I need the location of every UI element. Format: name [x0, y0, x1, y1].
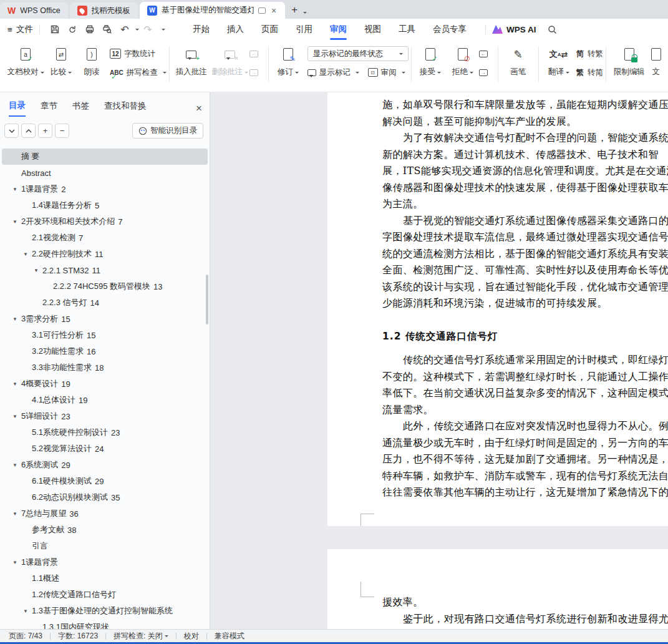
toc-expand-arrow[interactable]: ▼ [12, 511, 21, 517]
wps-ai-button[interactable]: WPS AI [492, 25, 536, 34]
toc-item[interactable]: ▼ 2.1视觉检测 7 [2, 230, 208, 246]
toc-item[interactable]: ▼ 7总结与展望 36 [2, 505, 208, 522]
toc-expand-arrow[interactable]: ▼ [12, 560, 21, 565]
toc-item[interactable]: ▼ 1.3基于图像处理的交通灯控制智能系统 [2, 603, 208, 619]
sidebar-tab-chapters[interactable]: 章节 [41, 100, 57, 116]
toc-item[interactable]: ▼ 5.2视觉算法设计 24 [2, 441, 208, 457]
toc-expand-arrow[interactable]: ▼ [12, 187, 21, 192]
word-count-button[interactable]: 12 字数统计 [110, 46, 167, 61]
toc-zoom-in-button[interactable]: + [38, 124, 52, 138]
toc-expand-arrow[interactable]: ▼ [23, 608, 32, 614]
status-page-indicator[interactable]: 页面: 7/43 [9, 631, 42, 642]
menu-tab-insert[interactable]: 插入 [218, 20, 253, 39]
smart-toc-button[interactable]: 智能识别目录 [132, 123, 203, 139]
previous-comment-button[interactable]: ← [249, 46, 266, 61]
toc-item[interactable]: ▼ 2.2.2 74HC595 数码管模块 13 [2, 278, 208, 295]
toc-item[interactable]: ▼ 5详细设计 23 [2, 408, 208, 424]
export-pdf-button[interactable] [65, 22, 80, 36]
toc-expand-arrow[interactable]: ▼ [12, 316, 21, 322]
toc-item[interactable]: ▼ 3.2功能性需求 16 [2, 343, 208, 359]
toc-item[interactable]: ▼ 6.2动态识别模块测试 35 [2, 489, 208, 505]
clipped-ribbon-button[interactable]: 文 [650, 44, 662, 77]
toc-item[interactable]: ▼ 1课题背景 [2, 554, 208, 570]
menu-tab-view[interactable]: 视图 [356, 20, 390, 39]
toc-item[interactable]: ▼ 4.1总体设计 19 [2, 392, 208, 408]
undo-chevron-icon[interactable] [135, 29, 139, 32]
toc-item[interactable]: ▼ 2.2硬件控制技术 11 [2, 246, 208, 262]
redo-button[interactable]: ↷ [140, 22, 155, 36]
tab-list-chevron-icon[interactable] [303, 12, 307, 16]
toc-item[interactable]: ▼ 2开发环境和相关技术介绍 7 [2, 213, 208, 230]
toc-item[interactable]: ▼ 1.1概述 [2, 570, 208, 587]
print-button[interactable] [82, 22, 97, 36]
read-aloud-button[interactable]: ) 朗读 [77, 44, 106, 77]
spell-check-button[interactable]: ABC✓ 拼写检查 [110, 65, 167, 80]
save-button[interactable] [47, 22, 62, 36]
sidebar-close-icon[interactable]: × [196, 102, 202, 115]
toc-item[interactable]: ▼ 1.3.1国内研究现状 [2, 619, 208, 629]
review-pane-button[interactable]: ⊡ 审阅 [368, 65, 405, 80]
toc-item[interactable]: ▼ 2.2.3 信号灯 14 [2, 295, 208, 311]
toc-item[interactable]: ▼ Abstract [2, 165, 208, 181]
tab-docer-templates[interactable]: 找稻壳模板 [70, 2, 138, 19]
toc-item[interactable]: ▼ 1课题背景 2 [2, 181, 208, 197]
sidebar-tab-contents[interactable]: 目录 [9, 100, 26, 117]
sidebar-tab-bookmarks[interactable]: 书签 [72, 100, 89, 116]
sidebar-scrollbar[interactable] [206, 275, 208, 324]
restrict-editing-button[interactable]: 限制编辑 [609, 44, 650, 77]
next-comment-button[interactable]: → [249, 65, 266, 80]
menu-tab-page[interactable]: 页面 [253, 20, 287, 39]
toc-item[interactable]: ▼ 1.4课题任务分析 5 [2, 197, 208, 213]
toc-item[interactable]: ▼ 4概要设计 19 [2, 376, 208, 392]
toc-item[interactable]: ▼ 3.1可行性分析 15 [2, 327, 208, 343]
toc-item[interactable]: ▼ 摘 要 [2, 149, 208, 165]
toc-expand-arrow[interactable]: ▼ [34, 268, 42, 273]
next-change-button[interactable]: → [479, 65, 495, 80]
toc-expand-arrow[interactable]: ▼ [12, 381, 21, 387]
menu-tab-reference[interactable]: 引用 [287, 20, 321, 39]
toc-collapse-all-button[interactable] [21, 124, 36, 138]
brush-button[interactable]: ✎ 画笔 [501, 44, 536, 77]
toc-item[interactable]: ▼ 3需求分析 15 [2, 311, 208, 327]
previous-change-button[interactable]: ← [479, 46, 495, 61]
compare-button[interactable]: ⇄ 比较 [45, 44, 77, 77]
show-markup-button[interactable]: 显示标记 [307, 65, 359, 80]
toc-item[interactable]: ▼ 3.3非功能性需求 18 [2, 359, 208, 376]
undo-button[interactable]: ↶ [117, 22, 132, 36]
new-tab-button[interactable]: + [291, 4, 298, 16]
toc-expand-all-button[interactable] [4, 124, 19, 138]
tab-close-icon[interactable]: × [270, 6, 278, 16]
menu-tab-review[interactable]: 审阅 [321, 20, 356, 39]
toc-item[interactable]: ▼ 2.2.1 STM32 11 [2, 262, 208, 278]
accept-change-button[interactable]: ✓ 接受 [414, 44, 447, 77]
document-page-1[interactable]: 施，如单双号限行和车牌限量发放等，虽能在短期内缓解交通压解决问题，甚至可能抑制汽… [327, 92, 668, 526]
tab-mode-icon[interactable] [258, 7, 266, 14]
document-canvas[interactable]: 施，如单双号限行和车牌限量发放等，虽能在短期内缓解交通压解决问题，甚至可能抑制汽… [210, 92, 668, 629]
print-preview-button[interactable] [100, 22, 115, 36]
menu-tab-home[interactable]: 开始 [184, 20, 218, 39]
to-traditional-button[interactable]: 简 转繁 [576, 46, 603, 61]
delete-comment-button[interactable]: × 删除批注 [211, 44, 249, 77]
toc-item[interactable]: ▼ 6.1硬件模块测试 29 [2, 473, 208, 489]
doc-proofread-button[interactable]: a✓ 文档校对 [6, 44, 45, 77]
reject-change-button[interactable]: ∅ 拒绝 [447, 44, 479, 77]
toc-expand-arrow[interactable]: ▼ [12, 462, 21, 468]
toc-expand-arrow[interactable]: ▼ [23, 251, 32, 257]
status-spell-check[interactable]: 拼写检查: 关闭 [114, 631, 168, 642]
toc-expand-arrow[interactable]: ▼ [12, 219, 21, 225]
document-page-2[interactable]: 援效率。鉴于此，对现有路口交通信号灯系统进行创新和改进显得尤 [327, 549, 668, 629]
quick-access-chevron-icon[interactable] [162, 29, 165, 32]
toc-item[interactable]: ▼ 参考文献 38 [2, 522, 208, 538]
menu-tab-member[interactable]: 会员专享 [424, 20, 475, 39]
tab-wps-office[interactable]: W WPS Office [0, 2, 68, 19]
search-icon[interactable] [545, 22, 559, 36]
toc-item[interactable]: ▼ 5.1系统硬件控制设计 23 [2, 424, 208, 441]
toc-expand-arrow[interactable]: ▼ [12, 414, 21, 419]
insert-comment-button[interactable]: + 插入批注 [172, 44, 211, 77]
translate-button[interactable]: 文A⇄ 翻译 [541, 44, 576, 77]
toc-item[interactable]: ▼ 引言 [2, 538, 208, 554]
tab-document-active[interactable]: W 基于图像处理的智能交通灯控 × [140, 2, 285, 19]
toc-item[interactable]: ▼ 6系统测试 29 [2, 457, 208, 473]
markup-state-select[interactable]: 显示标记的最终状态 [307, 46, 409, 61]
toc-zoom-out-button[interactable]: − [55, 124, 69, 138]
